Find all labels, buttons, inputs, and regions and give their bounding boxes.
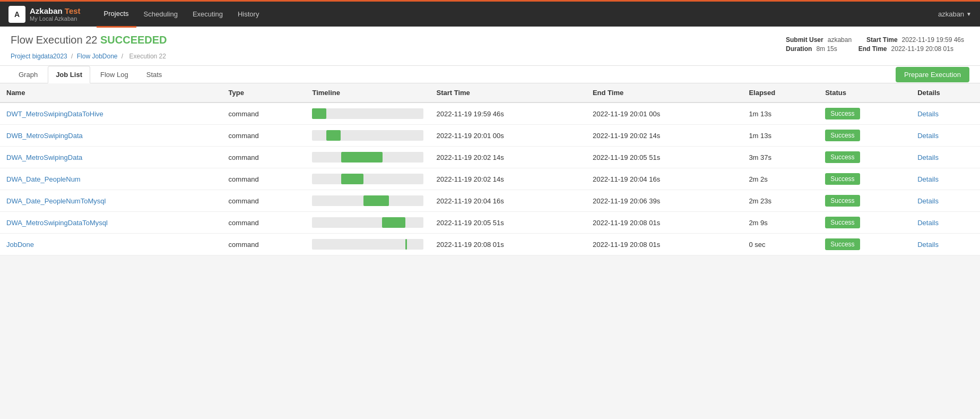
submit-user: azkaban <box>828 36 852 44</box>
status-badge: Success <box>825 173 860 185</box>
brand-subtitle: My Local Azkaban <box>30 15 81 22</box>
job-status: Success <box>819 147 911 168</box>
breadcrumb-project-link[interactable]: Project bigdata2023 <box>11 53 67 60</box>
job-end-time: 2022-11-19 20:01 00s <box>586 102 742 125</box>
job-start-time: 2022-11-19 20:08 01s <box>430 234 586 255</box>
details-link[interactable]: Details <box>917 175 939 183</box>
details-link[interactable]: Details <box>917 197 939 205</box>
job-timeline <box>306 102 430 125</box>
job-timeline <box>306 212 430 234</box>
timeline-track <box>312 195 423 206</box>
status-badge: Success <box>825 108 860 119</box>
job-name-link[interactable]: DWA_MetroSwipingDataToMysql <box>6 219 108 227</box>
duration: 8m 15s <box>816 45 837 53</box>
col-elapsed: Elapsed <box>742 83 819 102</box>
breadcrumb-execution: Execution 22 <box>129 53 166 60</box>
job-timeline <box>306 168 430 190</box>
job-name: DWA_Date_PeopleNumToMysql <box>0 190 222 212</box>
job-elapsed: 3m 37s <box>742 147 819 168</box>
job-name: DWT_MetroSwipingDataToHive <box>0 102 222 125</box>
navbar: A Azkaban Test My Local Azkaban Projects… <box>0 0 980 27</box>
timeline-track <box>312 152 423 163</box>
prepare-execution-button[interactable]: Prepare Execution <box>896 67 969 82</box>
job-status: Success <box>819 212 911 234</box>
job-list-table: Name Type Timeline Start Time End Time E… <box>0 83 980 255</box>
job-details: Details <box>911 234 980 255</box>
details-link[interactable]: Details <box>917 132 939 140</box>
job-end-time: 2022-11-19 20:08 01s <box>586 212 742 234</box>
job-details: Details <box>911 147 980 168</box>
details-link[interactable]: Details <box>917 110 939 118</box>
job-name-link[interactable]: DWA_Date_PeopleNumToMysql <box>6 197 106 205</box>
table-row: DWA_Date_PeopleNum command 2022-11-19 20… <box>0 168 980 190</box>
job-elapsed: 0 sec <box>742 234 819 255</box>
timeline-track <box>312 130 423 141</box>
status-badge: Success <box>825 238 860 250</box>
job-elapsed: 1m 13s <box>742 102 819 125</box>
job-elapsed: 1m 13s <box>742 125 819 147</box>
col-end-time: End Time <box>586 83 742 102</box>
tab-stats[interactable]: Stats <box>138 66 170 83</box>
timeline-track <box>312 108 423 119</box>
col-status: Status <box>819 83 911 102</box>
breadcrumb-sep2: / <box>122 53 123 60</box>
job-name: DWA_Date_PeopleNum <box>0 168 222 190</box>
job-end-time: 2022-11-19 20:02 14s <box>586 125 742 147</box>
timeline-bar <box>382 217 405 228</box>
job-type: command <box>222 102 306 125</box>
user-dropdown-arrow: ▼ <box>966 11 972 17</box>
col-timeline: Timeline <box>306 83 430 102</box>
timeline-bar <box>341 174 363 184</box>
timeline-track <box>312 174 423 184</box>
job-end-time: 2022-11-19 20:06 39s <box>586 190 742 212</box>
breadcrumb-flow-link[interactable]: Flow JobDone <box>77 53 118 60</box>
details-link[interactable]: Details <box>917 153 939 161</box>
nav-scheduling[interactable]: Scheduling <box>136 1 185 28</box>
job-name-link[interactable]: JobDone <box>6 241 34 249</box>
flow-title-prefix: Flow Execution 22 <box>11 34 97 46</box>
col-start-time: Start Time <box>430 83 586 102</box>
nav-history[interactable]: History <box>230 1 266 28</box>
job-name-link[interactable]: DWA_Date_PeopleNum <box>6 175 81 183</box>
tab-graph[interactable]: Graph <box>11 66 46 83</box>
job-end-time: 2022-11-19 20:05 51s <box>586 147 742 168</box>
job-type: command <box>222 234 306 255</box>
table-row: DWA_Date_PeopleNumToMysql command 2022-1… <box>0 190 980 212</box>
job-name: DWA_MetroSwipingData <box>0 147 222 168</box>
job-start-time: 2022-11-19 20:02 14s <box>430 147 586 168</box>
job-status: Success <box>819 125 911 147</box>
start-time-label: Start Time <box>866 36 897 44</box>
timeline-track <box>312 239 423 250</box>
col-name: Name <box>0 83 222 102</box>
job-name-link[interactable]: DWB_MetroSwipingData <box>6 132 83 140</box>
tab-flow-log[interactable]: Flow Log <box>92 66 136 83</box>
table-row: JobDone command 2022-11-19 20:08 01s 202… <box>0 234 980 255</box>
job-details: Details <box>911 190 980 212</box>
brand-link[interactable]: A Azkaban Test My Local Azkaban <box>8 6 81 23</box>
user-menu[interactable]: azkaban ▼ <box>938 10 972 18</box>
details-link[interactable]: Details <box>917 219 939 227</box>
brand-logo: A <box>8 6 25 23</box>
job-type: command <box>222 190 306 212</box>
job-name-link[interactable]: DWA_MetroSwipingData <box>6 153 82 161</box>
table-row: DWA_MetroSwipingData command 2022-11-19 … <box>0 147 980 168</box>
job-elapsed: 2m 9s <box>742 212 819 234</box>
job-details: Details <box>911 102 980 125</box>
brand-name: Azkaban Test <box>30 6 81 15</box>
job-type: command <box>222 125 306 147</box>
nav-executing[interactable]: Executing <box>185 1 230 28</box>
details-link[interactable]: Details <box>917 241 939 249</box>
nav-projects[interactable]: Projects <box>97 1 136 28</box>
job-elapsed: 2m 2s <box>742 168 819 190</box>
job-start-time: 2022-11-19 19:59 46s <box>430 102 586 125</box>
job-details: Details <box>911 125 980 147</box>
tab-job-list[interactable]: Job List <box>48 66 90 83</box>
job-status: Success <box>819 168 911 190</box>
job-name-link[interactable]: DWT_MetroSwipingDataToHive <box>6 110 103 118</box>
job-status: Success <box>819 234 911 255</box>
status-badge: Success <box>825 195 860 207</box>
flow-title-status: SUCCEEDED <box>100 34 167 46</box>
table-row: DWT_MetroSwipingDataToHive command 2022-… <box>0 102 980 125</box>
job-start-time: 2022-11-19 20:01 00s <box>430 125 586 147</box>
job-start-time: 2022-11-19 20:04 16s <box>430 190 586 212</box>
